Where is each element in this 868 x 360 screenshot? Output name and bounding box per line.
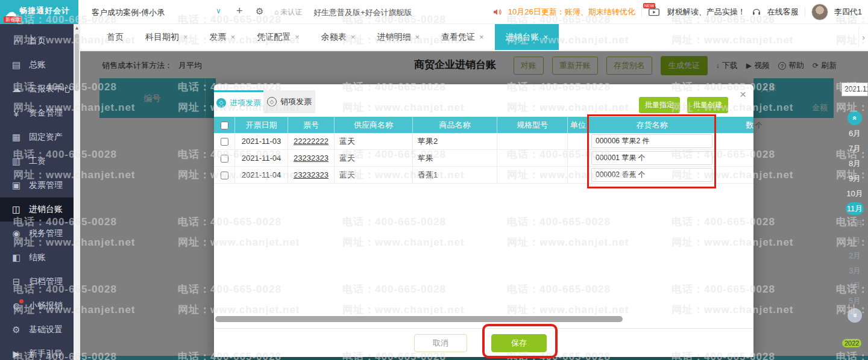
sidebar-item-archive[interactable]: ⊟归档管理 (0, 270, 74, 294)
timeline-month[interactable]: 1月 (841, 235, 868, 246)
close-icon[interactable]: × (740, 88, 746, 101)
timeline-year-badge: 2022 (842, 339, 861, 347)
timeline-month-current[interactable]: 11月 (846, 202, 864, 215)
close-icon[interactable]: × (351, 33, 356, 42)
ticket-link[interactable]: 22222222 (294, 137, 329, 146)
cell-ticket-no: 23232323 (288, 167, 335, 183)
sidebar-item-guide[interactable]: ▶新手引导 (0, 342, 74, 360)
tab-purchase-sale-ledger[interactable]: 进销台账× (495, 24, 559, 50)
period-selector[interactable]: 2021.11 (841, 82, 868, 96)
app-title: 畅捷通好会计 (19, 5, 70, 16)
close-icon[interactable]: × (415, 33, 420, 42)
timeline-month[interactable]: 5月 (841, 296, 868, 306)
cell-supplier: 蓝天 (335, 133, 413, 149)
tab-label: 进销台账 (506, 32, 539, 43)
tab-sales-invoices[interactable]: ◇销项发票 (263, 90, 315, 113)
sidebar-item-label: 首页 (29, 36, 46, 46)
stock-name-select[interactable]: 000002 香蕉 个 (591, 168, 712, 182)
sidebar-item-label: 结账 (29, 252, 46, 263)
tab-balance-sheet[interactable]: 余额表× (310, 24, 366, 50)
close-icon[interactable]: × (231, 33, 236, 42)
top-bar: ☁ 畅捷通好会计 新春版 客户成功案例-傅小承 ∨ + ⚙ ⌂未认证 好生意普及… (0, 0, 868, 24)
close-icon[interactable]: × (479, 33, 484, 42)
sidebar-item-cloud-reports[interactable]: ☁云报表中心 (0, 77, 74, 101)
tab-view-voucher[interactable]: 查看凭证× (430, 24, 495, 50)
update-notice-link[interactable]: 10月26日更新：账簿、期末结转优化 (508, 7, 635, 17)
timeline-month[interactable]: 8月 (841, 158, 868, 169)
tab-home[interactable]: 首页 (96, 24, 134, 50)
sidebar-item-funds[interactable]: ¥资金管理 (0, 101, 74, 125)
tab-invoice[interactable]: 发票× (199, 24, 247, 50)
sidebar-item-label: 固定资产 (29, 132, 63, 143)
online-support-link[interactable]: 在线客服 (767, 7, 799, 17)
sidebar-item-general-ledger[interactable]: ▤总账 (0, 53, 74, 77)
horizontal-scrollbar[interactable] (215, 316, 623, 322)
timeline-scroll-up-button[interactable]: « (848, 111, 862, 125)
cell-date: 2021-11-04 (235, 167, 288, 183)
row-checkbox[interactable] (221, 138, 228, 146)
timeline-month[interactable]: 12月 (841, 219, 868, 229)
select-all-checkbox[interactable] (221, 122, 228, 129)
tab-subject-opening[interactable]: 科目期初× (134, 24, 199, 50)
user-name[interactable]: 李四代1 (834, 7, 862, 17)
tab-scroll-right-icon[interactable]: › (858, 28, 868, 47)
column-header-supplier: 供应商名称 (335, 117, 413, 133)
timeline-month[interactable]: 10月 (841, 188, 868, 199)
user-avatar[interactable] (811, 4, 828, 20)
stock-name-select[interactable]: 000006 苹果2 件 (591, 134, 712, 148)
chevron-down-icon[interactable]: ∨ (216, 7, 221, 15)
box-icon: ◇ (216, 98, 226, 108)
cell-unit (568, 150, 589, 166)
timeline-month[interactable]: 7月 (841, 143, 868, 154)
close-icon[interactable]: × (183, 33, 188, 42)
row-checkbox[interactable] (221, 155, 228, 163)
timeline-month[interactable]: 4月 (841, 281, 868, 291)
ticket-link[interactable]: 23232323 (294, 170, 329, 179)
sidebar-scrollbar[interactable]: ▲ (74, 24, 80, 360)
add-account-button[interactable]: + (236, 5, 243, 17)
row-checkbox[interactable] (221, 172, 228, 179)
video-promo-icon[interactable]: NEW (648, 5, 661, 19)
sidebar-item-salary[interactable]: ▥工资 (0, 149, 74, 173)
save-button[interactable]: 保存 (491, 334, 547, 352)
sidebar-item-home[interactable]: ⌂首页 (0, 29, 74, 53)
sidebar-item-label: 归档管理 (29, 276, 63, 287)
batch-assign-button[interactable]: 批量指定 (639, 97, 680, 113)
sidebar-item-fixed-assets[interactable]: ▦固定资产 (0, 125, 74, 149)
cancel-button[interactable]: 取消 (414, 334, 467, 352)
app-logo[interactable]: ☁ 畅捷通好会计 新春版 (0, 0, 78, 24)
invoice-icon: ▣ (11, 180, 22, 191)
divider (641, 7, 642, 17)
sidebar-item-closing[interactable]: ◧结账 (0, 246, 74, 270)
close-icon[interactable]: × (544, 33, 549, 42)
batch-create-button[interactable]: 批量创建 (687, 97, 728, 113)
cell-unit (568, 133, 589, 149)
speaker-icon (492, 7, 502, 17)
scrollbar-thumb[interactable] (75, 34, 79, 91)
timeline-month[interactable]: 2月 (841, 250, 868, 261)
column-header-product: 商品名称 (413, 117, 497, 133)
tab-purchase-sale-detail[interactable]: 进销明细× (366, 24, 430, 50)
gear-icon[interactable]: ⚙ (256, 6, 263, 17)
sidebar-item-expense[interactable]: C小畅报销 (0, 294, 74, 318)
sidebar-item-tax[interactable]: ◉税务管理 (0, 222, 74, 246)
tab-voucher-config[interactable]: 凭证配置× (246, 24, 310, 50)
stock-name-select[interactable]: 000001 苹果 个 (591, 151, 712, 165)
tab-purchase-invoices[interactable]: ◇进项发票 (214, 90, 263, 113)
timeline-month[interactable]: 3月 (841, 265, 868, 276)
account-switcher[interactable]: 客户成功案例-傅小承 (92, 7, 165, 18)
cell-qty: 5 (715, 150, 753, 166)
close-icon[interactable]: × (295, 33, 300, 42)
ticket-link[interactable]: 23232323 (294, 154, 329, 163)
timeline-month[interactable]: 6月 (841, 128, 868, 139)
sidebar-item-invoice[interactable]: ▣发票管理 (0, 173, 74, 197)
column-header-qty: 数量 (715, 117, 753, 133)
scroll-up-icon[interactable]: ▲ (74, 25, 80, 31)
sidebar-item-purchase-sale-ledger[interactable]: ◫进销台账 (0, 197, 74, 222)
headset-icon (752, 7, 761, 17)
column-header-unit: 单位 (568, 117, 589, 133)
sidebar-item-settings[interactable]: ⚙基础设置 (0, 318, 74, 342)
promo-link[interactable]: 财税解读、产品实操！ (667, 7, 746, 17)
timeline-month[interactable]: 9月 (841, 173, 868, 184)
timeline-scroll-down-button[interactable]: « (848, 308, 862, 323)
